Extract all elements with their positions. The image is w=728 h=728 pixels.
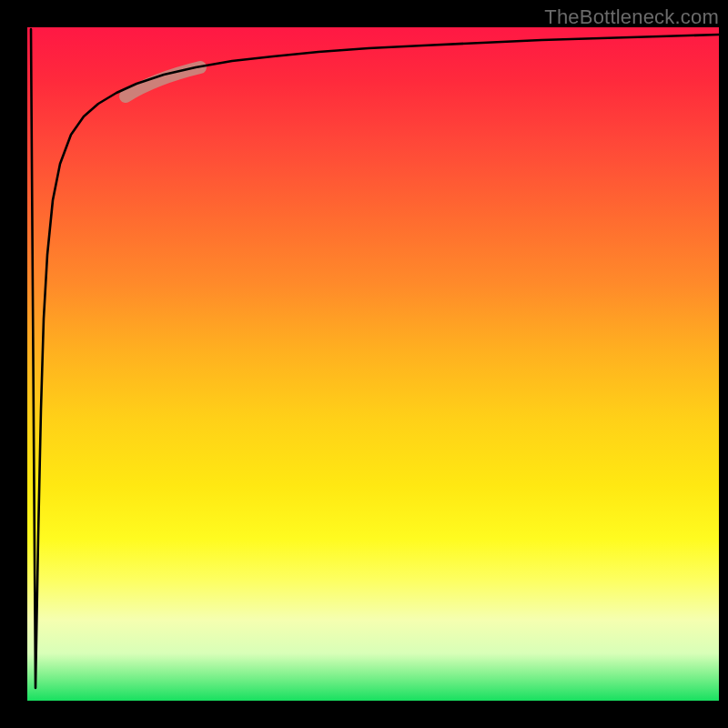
curve-layer bbox=[27, 27, 719, 701]
plot-area bbox=[27, 27, 719, 701]
highlight-segment bbox=[126, 67, 200, 96]
attribution-label: TheBottleneck.com bbox=[544, 5, 719, 29]
bottleneck-curve bbox=[31, 29, 719, 688]
chart-container: TheBottleneck.com bbox=[0, 0, 728, 728]
